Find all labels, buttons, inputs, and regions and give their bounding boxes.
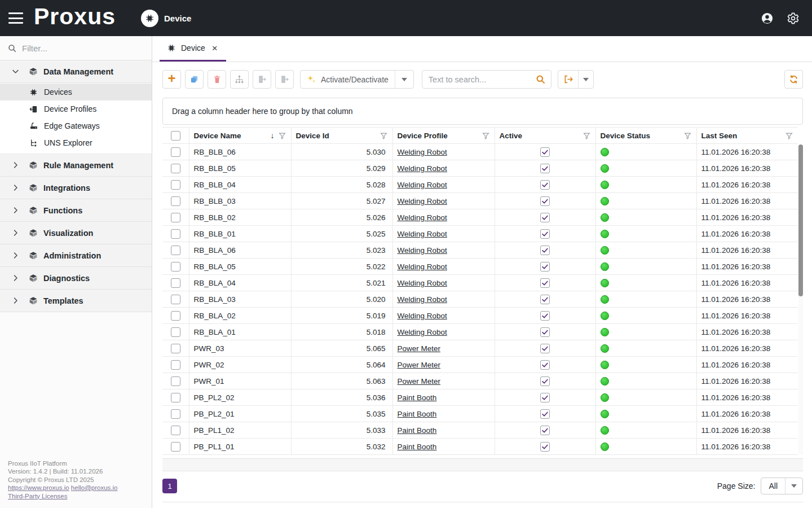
device-profile-link[interactable]: Welding Robot bbox=[398, 213, 447, 222]
row-checkbox[interactable] bbox=[171, 360, 180, 370]
filter-icon[interactable] bbox=[379, 132, 388, 140]
sidebar-group-integrations[interactable]: Integrations bbox=[0, 177, 152, 199]
row-checkbox[interactable] bbox=[171, 311, 180, 321]
active-checkbox[interactable] bbox=[540, 311, 550, 321]
device-profile-link[interactable]: Welding Robot bbox=[398, 312, 447, 320]
sidebar-group-diagnostics[interactable]: Diagnostics bbox=[0, 267, 152, 290]
table-row[interactable]: RB_BLB_025.026Welding Robot11.01.2026 16… bbox=[162, 209, 798, 226]
sidebar-item-devices[interactable]: Devices bbox=[0, 84, 152, 100]
row-checkbox[interactable] bbox=[171, 344, 180, 353]
add-button[interactable]: + bbox=[162, 70, 181, 89]
row-checkbox[interactable] bbox=[171, 262, 180, 271]
sidebar-group-rule-management[interactable]: Rule Management bbox=[0, 154, 152, 177]
device-profile-link[interactable]: Paint Booth bbox=[398, 410, 437, 418]
active-checkbox[interactable] bbox=[540, 295, 550, 304]
group-by-panel[interactable]: Drag a column header here to group by th… bbox=[162, 98, 803, 125]
active-checkbox[interactable] bbox=[540, 180, 550, 190]
active-checkbox[interactable] bbox=[540, 409, 550, 419]
page-size-select[interactable]: All bbox=[761, 478, 803, 494]
website-link[interactable]: https://www.proxus.io bbox=[8, 484, 69, 491]
sidebar-item-device-profiles[interactable]: Device Profiles bbox=[0, 100, 152, 117]
table-row[interactable]: PB_PL2_015.035Paint Booth11.01.2026 16:2… bbox=[162, 406, 798, 422]
column-header-device-name[interactable]: Device Name↓ bbox=[189, 128, 291, 144]
device-profile-link[interactable]: Welding Robot bbox=[398, 230, 447, 238]
table-row[interactable]: RB_BLA_055.022Welding Robot11.01.2026 16… bbox=[162, 259, 798, 275]
sidebar-group-visualization[interactable]: Visualization bbox=[0, 222, 152, 244]
active-checkbox[interactable] bbox=[540, 327, 550, 337]
tab-close-icon[interactable]: × bbox=[212, 43, 218, 53]
filter-icon[interactable] bbox=[785, 132, 793, 140]
active-checkbox[interactable] bbox=[540, 344, 550, 353]
select-all-checkbox[interactable] bbox=[171, 131, 180, 141]
device-profile-link[interactable]: Welding Robot bbox=[398, 164, 447, 173]
account-icon[interactable] bbox=[761, 12, 774, 25]
active-checkbox[interactable] bbox=[540, 376, 550, 386]
device-profile-link[interactable]: Welding Robot bbox=[398, 197, 447, 205]
row-checkbox[interactable] bbox=[171, 278, 180, 288]
active-checkbox[interactable] bbox=[540, 278, 550, 288]
column-header-active[interactable]: Active bbox=[495, 128, 595, 144]
sidebar-group-functions[interactable]: Functions bbox=[0, 199, 152, 222]
row-checkbox[interactable] bbox=[171, 246, 180, 255]
active-checkbox[interactable] bbox=[540, 147, 550, 157]
sidebar-item-uns-explorer[interactable]: UNS Explorer bbox=[0, 134, 152, 151]
active-checkbox[interactable] bbox=[540, 426, 550, 435]
table-row[interactable]: PWR_015.063Power Meter11.01.2026 16:20:3… bbox=[162, 373, 798, 389]
row-checkbox[interactable] bbox=[171, 442, 180, 452]
column-header-device-profile[interactable]: Device Profile bbox=[392, 128, 495, 144]
export-dropdown[interactable] bbox=[578, 71, 593, 88]
device-profile-link[interactable]: Welding Robot bbox=[398, 295, 447, 304]
hierarchy-button[interactable] bbox=[230, 70, 249, 89]
device-profile-link[interactable]: Welding Robot bbox=[398, 148, 447, 156]
row-checkbox[interactable] bbox=[171, 426, 180, 435]
active-checkbox[interactable] bbox=[540, 164, 550, 173]
table-row[interactable]: PWR_025.064Power Meter11.01.2026 16:20:3… bbox=[162, 357, 798, 373]
active-checkbox[interactable] bbox=[540, 229, 550, 239]
row-checkbox[interactable] bbox=[171, 147, 180, 157]
device-profile-link[interactable]: Power Meter bbox=[398, 344, 441, 353]
row-checkbox[interactable] bbox=[171, 196, 180, 206]
device-profile-link[interactable]: Paint Booth bbox=[398, 426, 437, 435]
licenses-link[interactable]: Third-Party Licenses bbox=[8, 493, 67, 500]
table-row[interactable]: PB_PL2_025.036Paint Booth11.01.2026 16:2… bbox=[162, 389, 798, 406]
row-checkbox[interactable] bbox=[171, 393, 180, 402]
device-profile-link[interactable]: Paint Booth bbox=[398, 393, 437, 402]
sidebar-group-templates[interactable]: Templates bbox=[0, 290, 152, 312]
sidebar-item-edge-gateways[interactable]: Edge Gateways bbox=[0, 117, 152, 134]
table-row[interactable]: PB_PL1_025.033Paint Booth11.01.2026 16:2… bbox=[162, 422, 798, 439]
active-checkbox[interactable] bbox=[540, 196, 550, 206]
table-row[interactable]: RB_BLA_045.021Welding Robot11.01.2026 16… bbox=[162, 275, 798, 291]
search-input[interactable] bbox=[429, 75, 535, 84]
sidebar-group-administration[interactable]: Administration bbox=[0, 244, 152, 267]
device-profile-link[interactable]: Paint Booth bbox=[398, 443, 437, 451]
filter-icon[interactable] bbox=[278, 132, 286, 140]
sidebar-filter-input[interactable] bbox=[22, 43, 144, 53]
device-profile-link[interactable]: Power Meter bbox=[398, 377, 441, 386]
refresh-button[interactable] bbox=[784, 70, 803, 89]
table-row[interactable]: RB_BLA_065.023Welding Robot11.01.2026 16… bbox=[162, 242, 798, 259]
device-profile-link[interactable]: Power Meter bbox=[398, 361, 441, 369]
column-header-device-status[interactable]: Device Status bbox=[595, 128, 696, 144]
horizontal-scrollbar[interactable] bbox=[162, 458, 803, 471]
filter-icon[interactable] bbox=[482, 132, 490, 140]
table-row[interactable]: RB_BLB_065.030Welding Robot11.01.2026 16… bbox=[162, 144, 798, 160]
active-checkbox[interactable] bbox=[540, 442, 550, 452]
device-profile-link[interactable]: Welding Robot bbox=[398, 279, 447, 287]
activate-deactivate-button[interactable]: Activate/Deactivate bbox=[301, 71, 395, 88]
table-row[interactable]: RB_BLA_015.018Welding Robot11.01.2026 16… bbox=[162, 324, 798, 340]
device-profile-link[interactable]: Welding Robot bbox=[398, 328, 447, 336]
active-checkbox[interactable] bbox=[540, 262, 550, 271]
row-checkbox[interactable] bbox=[171, 409, 180, 419]
sidebar-group-data-management[interactable]: Data Management bbox=[0, 60, 152, 83]
export-door-button-1[interactable] bbox=[253, 70, 271, 89]
filter-icon[interactable] bbox=[582, 132, 591, 140]
menu-icon[interactable] bbox=[8, 12, 23, 24]
active-checkbox[interactable] bbox=[540, 246, 550, 255]
active-checkbox[interactable] bbox=[540, 360, 550, 370]
device-profile-link[interactable]: Welding Robot bbox=[398, 181, 447, 189]
export-door-button-2[interactable] bbox=[275, 70, 294, 89]
row-checkbox[interactable] bbox=[171, 164, 180, 173]
delete-button[interactable] bbox=[208, 70, 226, 89]
copy-button[interactable] bbox=[185, 70, 204, 89]
vertical-scrollbar-thumb[interactable] bbox=[798, 144, 803, 296]
